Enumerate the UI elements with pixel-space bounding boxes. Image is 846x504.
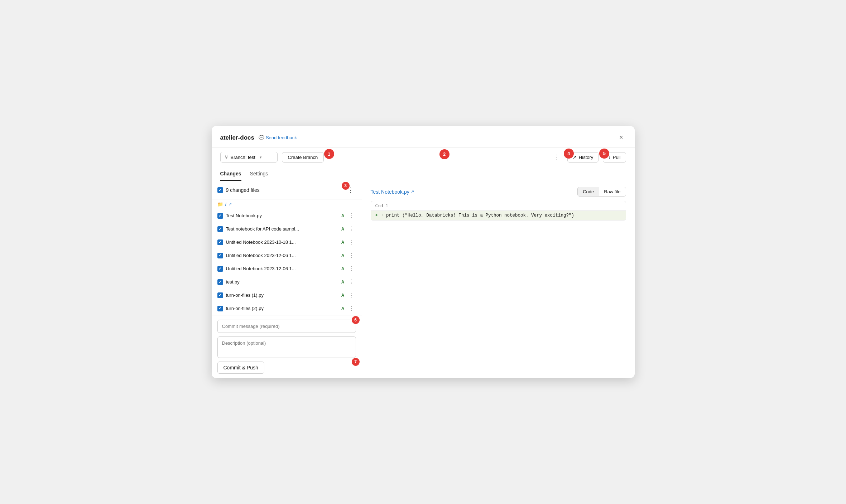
create-branch-wrapper: Create Branch 2 [282, 152, 324, 163]
create-branch-button[interactable]: Create Branch [282, 152, 324, 163]
commit-push-button[interactable]: Commit & Push [217, 362, 264, 374]
list-item[interactable]: Untitled Notebook 2023-12-06 1... A ⋮ [212, 249, 362, 262]
right-panel: Test Notebook.py ↗ Code Raw file Cmd 1 +… [362, 181, 635, 378]
history-wrapper: ↗ History 4 [567, 152, 599, 163]
branch-selector[interactable]: ⑂ Branch: test ▾ [220, 152, 278, 163]
app-title: atelier-docs [220, 134, 254, 141]
three-dots-wrapper: ⋮ 3 [345, 185, 356, 195]
pull-wrapper: ↓ Pull 5 [603, 152, 626, 163]
file-header: Test Notebook.py ↗ Code Raw file [371, 187, 626, 197]
file-count-label: 9 changed files [226, 187, 342, 193]
title-bar: atelier-docs 💬 Send feedback × [212, 126, 635, 147]
file-checkbox[interactable] [217, 266, 223, 272]
commit-section: 6 Commit & Push 7 [212, 315, 362, 378]
file-checkbox[interactable] [217, 239, 223, 245]
file-menu-button[interactable]: ⋮ [347, 225, 356, 233]
select-all-checkbox[interactable] [217, 187, 223, 193]
external-link-icon: ↗ [229, 202, 232, 207]
left-panel: 9 changed files ⋮ 3 📁 / ↗ Test Notebook.… [212, 181, 362, 378]
code-plus-symbol: + [375, 213, 378, 218]
toolbar: ⑂ Branch: test ▾ 1 Create Branch 2 ⋮ ↗ H… [212, 147, 635, 167]
external-link-icon: ↗ [411, 189, 414, 194]
list-item[interactable]: Test notebook for API code sampl... A ⋮ [212, 222, 362, 236]
file-menu-button[interactable]: ⋮ [347, 291, 356, 299]
code-view-button[interactable]: Code [578, 187, 599, 196]
list-item[interactable]: Untitled Notebook 2023-12-06 1... A ⋮ [212, 262, 362, 275]
list-item[interactable]: turn-on-files (2).py A ⋮ [212, 302, 362, 315]
file-menu-button[interactable]: ⋮ [347, 304, 356, 312]
code-line: + + print ("Hello, Databricks! This is a… [371, 211, 626, 220]
badge-2: 2 [439, 149, 450, 159]
main-content: 9 changed files ⋮ 3 📁 / ↗ Test Notebook.… [212, 181, 635, 378]
file-checkbox[interactable] [217, 279, 223, 285]
branch-selector-wrapper: ⑂ Branch: test ▾ 1 [220, 152, 278, 163]
file-menu-button[interactable]: ⋮ [347, 278, 356, 286]
file-checkbox[interactable] [217, 213, 223, 219]
feedback-icon: 💬 [259, 135, 264, 140]
file-checkbox[interactable] [217, 306, 223, 311]
badge-7: 7 [352, 358, 360, 366]
commit-message-input[interactable] [217, 320, 356, 333]
send-feedback-link[interactable]: 💬 Send feedback [259, 135, 297, 140]
file-menu-button[interactable]: ⋮ [347, 251, 356, 260]
badge-6: 6 [352, 316, 360, 324]
branch-icon: ⑂ [225, 154, 228, 160]
list-item[interactable]: Test Notebook.py A ⋮ [212, 209, 362, 222]
file-menu-button[interactable]: ⋮ [347, 212, 356, 220]
badge-5: 5 [599, 149, 609, 159]
tab-bar: Changes Settings [212, 167, 635, 181]
commit-push-wrapper: Commit & Push 7 [217, 362, 356, 374]
list-item[interactable]: test.py A ⋮ [212, 275, 362, 289]
file-menu-button[interactable]: ⋮ [347, 238, 356, 246]
file-checkbox[interactable] [217, 253, 223, 258]
main-window: atelier-docs 💬 Send feedback × ⑂ Branch:… [212, 126, 635, 378]
file-title: Test Notebook.py ↗ [371, 189, 414, 195]
list-item[interactable]: turn-on-files (1).py A ⋮ [212, 289, 362, 302]
badge-4: 4 [564, 149, 574, 159]
view-toggle: Code Raw file [577, 187, 626, 197]
file-checkbox[interactable] [217, 292, 223, 298]
tab-changes[interactable]: Changes [220, 167, 241, 181]
more-options-button[interactable]: ⋮ [551, 152, 563, 163]
file-checkbox[interactable] [217, 226, 223, 232]
badge-3: 3 [342, 182, 350, 190]
chevron-down-icon: ▾ [260, 155, 262, 160]
cmd-label: Cmd 1 [371, 201, 626, 211]
description-input[interactable] [217, 336, 356, 358]
folder-icon: 📁 [217, 202, 223, 207]
badge-1: 1 [324, 149, 334, 159]
tab-settings[interactable]: Settings [250, 167, 268, 181]
close-button[interactable]: × [616, 132, 626, 143]
list-item[interactable]: Untitled Notebook 2023-10-18 1... A ⋮ [212, 236, 362, 249]
folder-row[interactable]: 📁 / ↗ [212, 199, 362, 209]
file-list-scroll: Test Notebook.py A ⋮ Test notebook for A… [212, 209, 362, 315]
file-menu-button[interactable]: ⋮ [347, 265, 356, 273]
file-list-header: 9 changed files ⋮ 3 [212, 181, 362, 199]
raw-file-view-button[interactable]: Raw file [599, 187, 625, 196]
commit-message-wrapper: 6 [217, 320, 356, 333]
code-area: Cmd 1 + + print ("Hello, Databricks! Thi… [371, 201, 626, 220]
